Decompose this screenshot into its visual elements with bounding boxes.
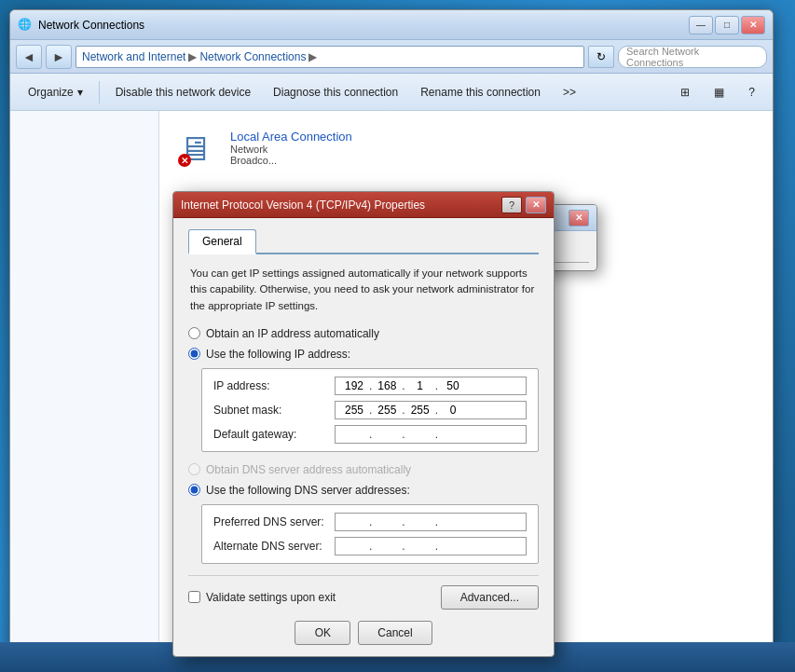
ip-fields-section: IP address: . . . Subnet mask: . <box>201 368 539 452</box>
bottom-row: Validate settings upon exit Advanced... <box>188 575 539 610</box>
ip-octet-1[interactable] <box>339 379 369 392</box>
adns-octet-2[interactable] <box>372 540 402 553</box>
advanced-button[interactable]: Advanced... <box>441 585 539 610</box>
explorer-icon: 🌐 <box>18 18 33 33</box>
ipv4-dialog-body: General You can get IP settings assigned… <box>173 218 554 656</box>
address-path[interactable]: Network and Internet ▶ Network Connectio… <box>75 46 584 68</box>
explorer-title-bar: 🌐 Network Connections — □ ✕ <box>10 10 773 40</box>
subnet-octet-1[interactable] <box>339 404 369 417</box>
search-box[interactable]: Search Network Connections <box>618 46 767 68</box>
pdns-octet-4[interactable] <box>438 515 468 528</box>
cancel-button[interactable]: Cancel <box>358 621 432 645</box>
action-buttons: OK Cancel <box>188 621 539 645</box>
preferred-dns-input[interactable]: . . . <box>335 513 527 531</box>
address-sep-1: ▶ <box>188 50 197 63</box>
back-button[interactable]: ◄ <box>16 45 42 69</box>
tab-general[interactable]: General <box>188 229 256 254</box>
pdns-octet-1[interactable] <box>339 515 369 528</box>
ip-octet-4[interactable] <box>438 379 468 392</box>
adns-octet-4[interactable] <box>438 540 468 553</box>
gateway-label: Default gateway: <box>213 428 335 441</box>
subnet-octet-2[interactable] <box>372 404 402 417</box>
network-icon-wrapper: 🖥 ✕ <box>178 130 223 167</box>
diagnose-button[interactable]: Diagnose this connection <box>263 77 408 107</box>
preferred-dns-label: Preferred DNS server: <box>213 515 335 528</box>
gateway-octet-3[interactable] <box>405 428 435 441</box>
subnet-mask-input[interactable]: . . . <box>335 401 527 419</box>
sidebar <box>10 111 159 651</box>
ipv4-description: You can get IP settings assigned automat… <box>188 266 539 314</box>
ip-address-input[interactable]: . . . <box>335 377 527 395</box>
ok-button[interactable]: OK <box>295 621 350 645</box>
subnet-mask-row: Subnet mask: . . . <box>213 401 527 419</box>
adns-octet-1[interactable] <box>339 540 369 553</box>
ip-octet-2[interactable] <box>372 379 402 392</box>
manual-dns-radio[interactable] <box>188 484 200 496</box>
auto-ip-radio[interactable] <box>188 327 200 339</box>
network-info: Local Area Connection Network Broadco... <box>230 130 352 166</box>
manual-dns-option: Use the following DNS server addresses: <box>188 484 539 497</box>
adns-octet-3[interactable] <box>405 540 435 553</box>
ip-octet-3[interactable] <box>405 379 435 392</box>
auto-ip-option: Obtain an IP address automatically <box>188 327 539 340</box>
network-label: Network <box>230 144 352 155</box>
organize-label: Organize <box>28 86 74 99</box>
organize-button[interactable]: Organize ▾ <box>18 77 93 107</box>
manual-dns-label: Use the following DNS server addresses: <box>206 484 410 497</box>
manual-ip-label: Use the following IP address: <box>206 348 350 361</box>
diagnose-label: Diagnose this connection <box>273 86 398 99</box>
refresh-button[interactable]: ↻ <box>588 46 614 68</box>
disable-label: Disable this network device <box>116 86 251 99</box>
forward-button[interactable]: ► <box>46 45 72 69</box>
close-button[interactable]: ✕ <box>741 16 765 34</box>
rename-label: Rename this connection <box>420 86 541 99</box>
ip-address-row: IP address: . . . <box>213 377 527 395</box>
disconnected-badge: ✕ <box>178 154 191 167</box>
pdns-octet-2[interactable] <box>372 515 402 528</box>
network-list-item[interactable]: 🖥 ✕ Local Area Connection Network Broadc… <box>171 122 761 174</box>
gateway-octet-1[interactable] <box>339 428 369 441</box>
gateway-input[interactable]: . . . <box>335 425 527 444</box>
auto-dns-label: Obtain DNS server address automatically <box>206 463 411 476</box>
help-button[interactable]: ? <box>738 77 765 107</box>
search-placeholder: Search Network Connections <box>626 46 759 68</box>
ipv4-dialog-title: Internet Protocol Version 4 (TCP/IPv4) P… <box>181 199 501 212</box>
gateway-octet-2[interactable] <box>372 428 402 441</box>
disable-network-button[interactable]: Disable this network device <box>105 77 261 107</box>
rename-button[interactable]: Rename this connection <box>410 77 551 107</box>
address-sep-2: ▶ <box>308 50 317 63</box>
preferred-dns-row: Preferred DNS server: . . . <box>213 513 527 531</box>
dns-fields-section: Preferred DNS server: . . . Alternate DN… <box>201 504 539 564</box>
ipv4-title-bar: Internet Protocol Version 4 (TCP/IPv4) P… <box>173 192 554 218</box>
toolbar: Organize ▾ Disable this network device D… <box>10 74 773 111</box>
auto-ip-label: Obtain an IP address automatically <box>206 327 379 340</box>
preview-button[interactable]: ▦ <box>704 77 734 107</box>
auto-dns-radio[interactable] <box>188 463 200 475</box>
broadcom-label: Broadco... <box>230 155 352 166</box>
alternate-dns-input[interactable]: . . . <box>335 537 527 555</box>
pdns-octet-3[interactable] <box>405 515 435 528</box>
minimize-button[interactable]: — <box>689 16 713 34</box>
maximize-button[interactable]: □ <box>715 16 739 34</box>
properties-close-button[interactable]: ✕ <box>569 210 589 226</box>
view-options-button[interactable]: ⊞ <box>670 77 700 107</box>
gateway-row: Default gateway: . . . <box>213 425 527 444</box>
address-segment-1[interactable]: Network and Internet <box>82 50 185 63</box>
ipv4-dialog: Internet Protocol Version 4 (TCP/IPv4) P… <box>172 191 555 657</box>
validate-checkbox[interactable] <box>188 591 200 603</box>
explorer-title: Network Connections <box>38 19 689 32</box>
ipv4-close-button[interactable]: ✕ <box>526 197 546 213</box>
alternate-dns-label: Alternate DNS server: <box>213 540 335 553</box>
validate-label: Validate settings upon exit <box>206 591 336 604</box>
subnet-octet-4[interactable] <box>438 404 468 417</box>
gateway-octet-4[interactable] <box>438 428 468 441</box>
ipv4-tabs: General <box>188 229 539 254</box>
manual-ip-radio[interactable] <box>188 348 200 360</box>
window-controls: — □ ✕ <box>689 16 765 34</box>
address-segment-2[interactable]: Network Connections <box>199 50 306 63</box>
alternate-dns-row: Alternate DNS server: . . . <box>213 537 527 555</box>
toolbar-right: ⊞ ▦ ? <box>670 77 765 107</box>
ipv4-help-button[interactable]: ? <box>501 197 522 213</box>
subnet-octet-3[interactable] <box>405 404 435 417</box>
more-button[interactable]: >> <box>553 77 586 107</box>
